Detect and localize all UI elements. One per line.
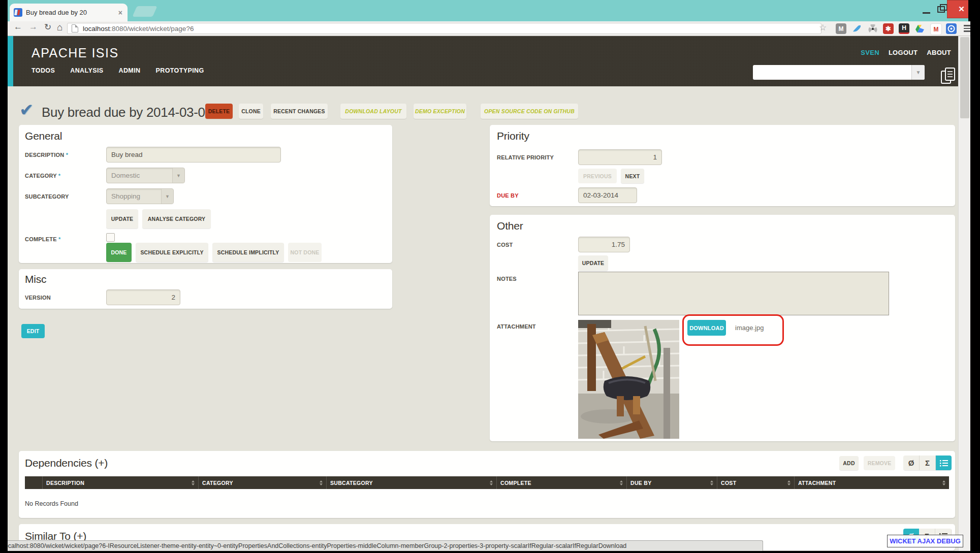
category-label: CATEGORY * — [25, 173, 60, 179]
no-records-message: No Records Found — [25, 500, 78, 507]
restore-icon — [937, 6, 945, 13]
column-due-by[interactable]: DUE BY — [627, 476, 717, 489]
nav-item-admin[interactable]: ADMIN — [119, 67, 141, 74]
dependencies-table-header: DESCRIPTION CATEGORY SUBCATEGORY COMPLET… — [25, 476, 949, 489]
sort-icon — [317, 480, 323, 485]
clone-button[interactable]: CLONE — [239, 104, 263, 119]
sort-icon — [784, 480, 791, 485]
column-description[interactable]: DESCRIPTION — [43, 476, 199, 489]
list-view-icon[interactable] — [936, 456, 952, 470]
general-panel: General DESCRIPTION * Buy bread CATEGORY… — [19, 125, 392, 263]
copy-pages-icon[interactable] — [940, 67, 957, 84]
misc-panel: Misc VERSION 2 — [19, 269, 392, 309]
user-link[interactable]: SVEN — [861, 49, 879, 56]
browser-tab[interactable]: Buy bread due by 20 × — [10, 4, 128, 21]
collection-view-buttons: Ø Σ — [903, 456, 952, 470]
extension-lastpass-icon[interactable]: ✱ — [883, 23, 894, 34]
priority-panel: Priority RELATIVE PRIORITY 1 PREVIOUS NE… — [490, 125, 955, 206]
accent-strip — [8, 36, 13, 86]
home-icon[interactable]: ⌂ — [57, 22, 62, 33]
extension-drive-icon[interactable] — [914, 23, 925, 34]
forward-icon[interactable]: → — [29, 22, 38, 32]
column-cost[interactable]: COST — [717, 476, 795, 489]
wicket-ajax-debug-link[interactable]: WICKET AJAX DEBUG — [887, 535, 963, 547]
restore-button[interactable] — [935, 0, 947, 18]
select-arrow-icon: ▼ — [172, 168, 184, 183]
logout-link[interactable]: LOGOUT — [889, 49, 918, 56]
extension-twitter-icon[interactable] — [851, 23, 862, 34]
extension-bookmark-icon[interactable]: M — [836, 23, 846, 34]
cost-field: 1.75 — [578, 237, 630, 252]
subcategory-select[interactable]: Shopping▼ — [106, 188, 174, 204]
extension-capture-icon[interactable] — [946, 23, 957, 34]
scrollbar-thumb[interactable] — [960, 37, 969, 118]
tab-title: Buy bread due by 20 — [26, 9, 117, 16]
add-button[interactable]: ADD — [839, 456, 859, 470]
hide-collection-icon[interactable]: Ø — [903, 456, 920, 470]
window-frame — [968, 0, 980, 21]
category-select[interactable]: Domestic▼ — [106, 168, 185, 183]
extension-radiation-icon[interactable] — [867, 23, 878, 34]
page-scrollbar[interactable] — [958, 36, 970, 551]
demo-exception-button[interactable]: DEMO EXCEPTION — [414, 104, 466, 119]
github-source-button[interactable]: OPEN SOURCE CODE ON GITHUB — [481, 104, 578, 119]
refresh-icon[interactable]: ↻ — [44, 22, 51, 32]
analyse-category-button[interactable]: ANALYSE CATEGORY — [142, 209, 211, 229]
screen: Buy bread due by 20 × ✕ ← → ↻ ⌂ localhos… — [0, 0, 980, 553]
new-tab-button[interactable] — [132, 6, 157, 17]
tab-close-icon[interactable]: × — [117, 9, 123, 17]
window-frame — [0, 0, 8, 553]
schedule-implicitly-button[interactable]: SCHEDULE IMPLICITLY — [212, 243, 284, 262]
version-field: 2 — [106, 289, 180, 305]
due-by-field[interactable]: 02-03-2014 — [578, 187, 637, 203]
bookmark-star-icon[interactable]: ☆ — [819, 22, 827, 33]
column-attachment[interactable]: ATTACHMENT — [795, 476, 949, 489]
description-field[interactable]: Buy bread — [106, 147, 281, 162]
recent-changes-button[interactable]: RECENT CHANGES — [271, 104, 328, 119]
page-title: Buy bread due by 2014-03-02 — [42, 105, 212, 120]
select-arrow-icon: ▼ — [161, 189, 173, 204]
column-complete[interactable]: COMPLETE — [497, 476, 627, 489]
dependencies-heading: Dependencies (+) — [25, 457, 108, 469]
previous-button[interactable]: PREVIOUS — [578, 169, 617, 183]
nav-item-todos[interactable]: TODOS — [31, 67, 55, 74]
update-cost-button[interactable]: UPDATE — [578, 255, 608, 271]
url-bar[interactable]: localhost:8080/wicket/wicket/page?6 — [67, 23, 821, 34]
minimize-button[interactable] — [918, 0, 935, 18]
general-heading: General — [25, 130, 62, 142]
column-select — [25, 476, 43, 489]
window-frame — [970, 21, 980, 553]
notes-textarea[interactable] — [578, 272, 889, 315]
url-host: localhost — [83, 25, 110, 32]
app-brand: APACHE ISIS — [31, 46, 119, 60]
description-label: DESCRIPTION * — [25, 152, 68, 158]
next-button[interactable]: NEXT — [621, 169, 644, 183]
download-layout-button[interactable]: DOWNLOAD LAYOUT — [340, 104, 406, 119]
complete-checkbox[interactable] — [106, 233, 115, 242]
quick-search-select[interactable]: ▼ — [753, 65, 925, 80]
page-icon — [72, 24, 78, 32]
summary-view-icon[interactable]: Σ — [920, 456, 936, 470]
edit-button[interactable]: EDIT — [21, 324, 45, 338]
extension-h-icon[interactable]: H — [899, 23, 909, 34]
extension-gmail-icon[interactable]: M — [930, 23, 942, 35]
misc-heading: Misc — [25, 273, 46, 285]
not-done-button[interactable]: NOT DONE — [288, 243, 322, 262]
back-icon[interactable]: ← — [14, 22, 22, 32]
about-link[interactable]: ABOUT — [927, 49, 951, 56]
sort-icon — [188, 480, 195, 485]
schedule-explicitly-button[interactable]: SCHEDULE EXPLICITLY — [136, 243, 208, 262]
column-category[interactable]: CATEGORY — [199, 476, 327, 489]
column-subcategory[interactable]: SUBCATEGORY — [327, 476, 497, 489]
cost-label: COST — [497, 242, 513, 248]
delete-button[interactable]: DELETE — [205, 104, 233, 119]
select-arrow-icon[interactable]: ▼ — [911, 65, 925, 80]
due-by-label: DUE BY — [497, 192, 519, 199]
done-button[interactable]: DONE — [106, 243, 132, 262]
update-category-button[interactable]: UPDATE — [106, 209, 138, 229]
remove-button[interactable]: REMOVE — [864, 456, 895, 470]
relative-priority-label: RELATIVE PRIORITY — [497, 154, 554, 160]
nav-item-prototyping[interactable]: PROTOTYPING — [155, 67, 204, 74]
other-heading: Other — [497, 220, 523, 232]
nav-item-analysis[interactable]: ANALYSIS — [70, 67, 103, 74]
